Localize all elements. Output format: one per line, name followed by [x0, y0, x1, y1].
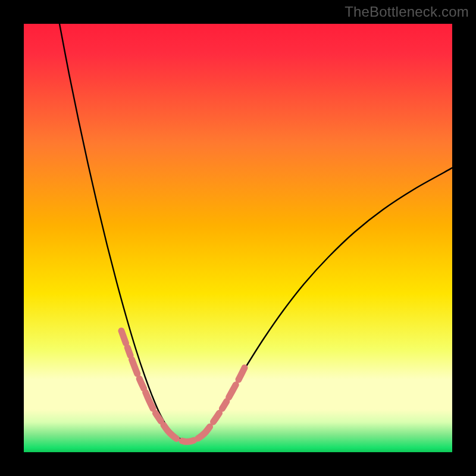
- plot-area: [24, 24, 452, 452]
- watermark-text: TheBottleneck.com: [345, 4, 469, 20]
- curve-layer: [24, 24, 452, 452]
- v-curve-main: [60, 24, 452, 441]
- chart-frame: TheBottleneck.com: [0, 0, 476, 476]
- v-curve-overlay-dashes: [121, 331, 246, 441]
